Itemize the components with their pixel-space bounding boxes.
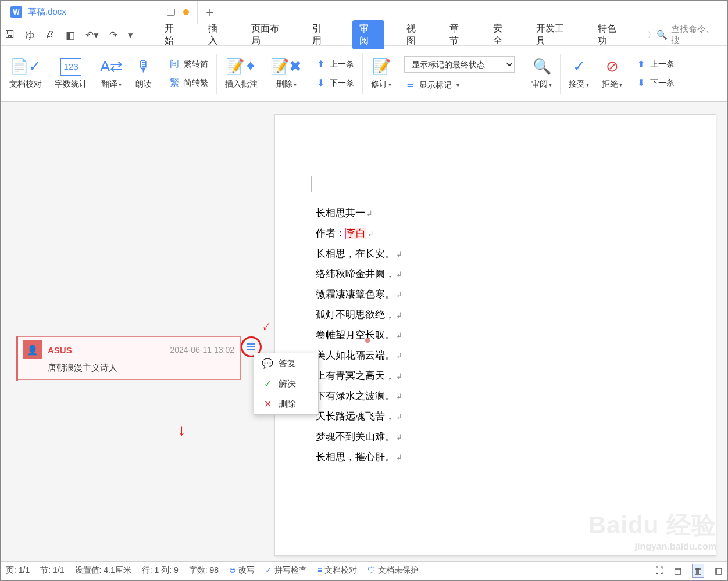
highlighted-text[interactable]: 李白 xyxy=(345,228,366,239)
doc-name: 草稿.docx xyxy=(28,6,66,17)
accept-button[interactable]: ✓接受▾ xyxy=(569,58,589,89)
save-icon[interactable]: 🖫 xyxy=(5,29,15,41)
tab-chapter[interactable]: 章节 xyxy=(446,21,471,49)
undo-icon[interactable]: ↶▾ xyxy=(85,29,99,41)
redo-icon[interactable]: ↷ xyxy=(109,29,117,41)
screen-icon[interactable] xyxy=(167,9,175,16)
avatar-icon: 👤 xyxy=(23,340,42,359)
comment-text: 唐朝浪漫主义诗人 xyxy=(48,363,234,374)
x-icon: ✕ xyxy=(262,399,273,410)
simple-trad-button[interactable]: 繁简转繁 xyxy=(169,77,208,89)
wordcount-icon: 123 xyxy=(60,58,81,76)
tabs-overflow-icon[interactable]: 〉 xyxy=(646,30,656,40)
status-line[interactable]: 行: 1 列: 9 xyxy=(142,565,179,576)
menu-bar: 🖫 ゆ 🖨 ◧ ↶▾ ↷ ▾ 开始 插入 页面布局 引用 审阅 视图 章节 安全… xyxy=(0,24,728,46)
tab-view[interactable]: 视图 xyxy=(403,21,428,49)
saveas-icon[interactable]: ゆ xyxy=(25,28,35,42)
review-pane-button[interactable]: 🔍审阅▾ xyxy=(531,58,552,89)
search-icon: 🔍 xyxy=(656,30,668,40)
status-spell[interactable]: ✓ 拼写检查 xyxy=(265,565,307,576)
translate-button[interactable]: A⇄翻译▾ xyxy=(100,58,123,89)
status-protect[interactable]: 🛡 文档未保护 xyxy=(367,565,419,576)
view-mode-3-icon[interactable]: ▥ xyxy=(715,566,722,575)
status-page[interactable]: 页: 1/1 xyxy=(6,565,30,576)
toggle-icon: ⊜ xyxy=(229,565,238,575)
reject-button[interactable]: ⊘拒绝▾ xyxy=(602,58,622,89)
spell-icon: ✓ xyxy=(265,565,274,575)
proof-icon: 📄✓ xyxy=(10,58,41,76)
tab-review[interactable]: 审阅 xyxy=(352,20,384,49)
up-icon2: ⬆ xyxy=(635,59,647,70)
next-comment-button[interactable]: ⬇下一条 xyxy=(315,77,354,89)
prev-change-button[interactable]: ⬆上一条 xyxy=(635,59,675,70)
reject-icon: ⊘ xyxy=(606,58,619,76)
tab-devtools[interactable]: 开发工具 xyxy=(533,21,575,49)
check-icon: ✓ xyxy=(262,379,273,389)
ribbon-tabs: 开始 插入 页面布局 引用 审阅 视图 章节 安全 开发工具 特色功 〉 xyxy=(161,20,656,49)
next-change-button[interactable]: ⬇下一条 xyxy=(635,77,675,89)
fullscreen-icon[interactable]: ⛶ xyxy=(655,566,663,575)
down-icon: ⬇ xyxy=(315,77,326,89)
ctx-delete[interactable]: ✕删除 xyxy=(254,394,318,414)
status-wordcount[interactable]: 字数: 98 xyxy=(189,565,219,576)
status-pos[interactable]: 设置值: 4.1厘米 xyxy=(75,565,131,576)
comment-icon: 📝✦ xyxy=(226,58,257,76)
reply-icon: 💬 xyxy=(262,358,273,369)
document-area[interactable]: 长相思其一↲ 作者：李白↲ 长相思，在长安。↲ 络纬秋啼金井阑，↲ 微霜凄凄簟色… xyxy=(0,102,728,561)
shield-icon: 🛡 xyxy=(367,565,378,575)
status-section[interactable]: 节: 1/1 xyxy=(40,565,64,576)
tab-insert[interactable]: 插入 xyxy=(205,21,230,49)
mic-icon: 🎙 xyxy=(136,58,151,76)
tab-security[interactable]: 安全 xyxy=(490,21,515,49)
print-icon[interactable]: 🖨 xyxy=(45,29,55,41)
review-pane-icon: 🔍 xyxy=(533,58,551,76)
up-icon: ⬆ xyxy=(315,59,326,70)
display-mode-select[interactable]: 显示标记的最终状态 xyxy=(404,56,515,73)
margin-marker xyxy=(311,176,327,192)
quick-access-toolbar: 🖫 ゆ 🖨 ◧ ↶▾ ↷ ▾ xyxy=(5,28,147,42)
status-doccheck[interactable]: ≡ 文档校对 xyxy=(317,565,357,576)
check-icon: ✓ xyxy=(573,58,586,76)
tab-special[interactable]: 特色功 xyxy=(594,21,628,49)
tab-layout[interactable]: 页面布局 xyxy=(248,21,290,49)
read-button[interactable]: 🎙朗读 xyxy=(135,58,152,89)
ctx-reply[interactable]: 💬答复 xyxy=(254,353,318,374)
tab-ref[interactable]: 引用 xyxy=(309,21,334,49)
document-tab[interactable]: W 草稿.docx xyxy=(0,0,198,24)
view-mode-1-icon[interactable]: ▤ xyxy=(674,566,681,575)
page-content[interactable]: 长相思其一↲ 作者：李白↲ 长相思，在长安。↲ 络纬秋啼金井阑，↲ 微霜凄凄簟色… xyxy=(316,203,402,468)
proof-button[interactable]: 📄✓文档校对 xyxy=(9,58,42,89)
view-mode-2-icon[interactable]: ▦ xyxy=(692,564,704,578)
search-box[interactable]: 🔍 查找命令、搜 xyxy=(656,24,722,46)
page[interactable]: 长相思其一↲ 作者：李白↲ 长相思，在长安。↲ 络纬秋啼金井阑，↲ 微霜凄凄簟色… xyxy=(274,114,716,556)
unsaved-indicator-icon xyxy=(183,9,189,15)
search-placeholder: 查找命令、搜 xyxy=(671,24,722,46)
ctx-resolve[interactable]: ✓解决 xyxy=(254,374,318,394)
comment-box[interactable]: 👤 ASUS 2024-06-11 13:02 唐朝浪漫主义诗人 xyxy=(17,336,241,380)
comment-time: 2024-06-11 13:02 xyxy=(170,345,234,354)
delete-comment-icon: 📝✖ xyxy=(270,58,302,76)
doccheck-icon: ≡ xyxy=(317,565,324,575)
doc-icon: W xyxy=(10,6,22,18)
comment-user: ASUS xyxy=(48,345,164,355)
qat-overflow-icon[interactable]: ▾ xyxy=(128,29,133,41)
show-marks-button[interactable]: ≣显示标记▾ xyxy=(404,80,515,91)
revision-icon: 📝 xyxy=(372,58,391,76)
new-tab-button[interactable]: ＋ xyxy=(198,3,222,21)
list-icon xyxy=(247,343,255,350)
down-icon2: ⬇ xyxy=(635,77,647,89)
status-rewrite[interactable]: ⊜ 改写 xyxy=(229,565,255,576)
wordcount-button[interactable]: 123字数统计 xyxy=(55,58,87,89)
annotation-arrow-1: ↓ xyxy=(259,316,275,335)
status-bar: 页: 1/1 节: 1/1 设置值: 4.1厘米 行: 1 列: 9 字数: 9… xyxy=(0,561,728,579)
tab-start[interactable]: 开始 xyxy=(161,21,186,49)
insert-comment-button[interactable]: 📝✦插入批注 xyxy=(225,58,258,89)
revision-button[interactable]: 📝修订▾ xyxy=(371,58,391,89)
ribbon: 📄✓文档校对 123字数统计 A⇄翻译▾ 🎙朗读 间繁转简 繁简转繁 📝✦插入批… xyxy=(0,46,728,102)
comment-context-menu: 💬答复 ✓解决 ✕删除 xyxy=(254,353,319,415)
delete-comment-button[interactable]: 📝✖删除▾ xyxy=(270,58,302,89)
preview-icon[interactable]: ◧ xyxy=(66,29,75,41)
trad-simple-button[interactable]: 间繁转简 xyxy=(169,59,208,70)
prev-comment-button[interactable]: ⬆上一条 xyxy=(315,59,354,70)
annotation-arrow-2: ↓ xyxy=(178,421,185,439)
